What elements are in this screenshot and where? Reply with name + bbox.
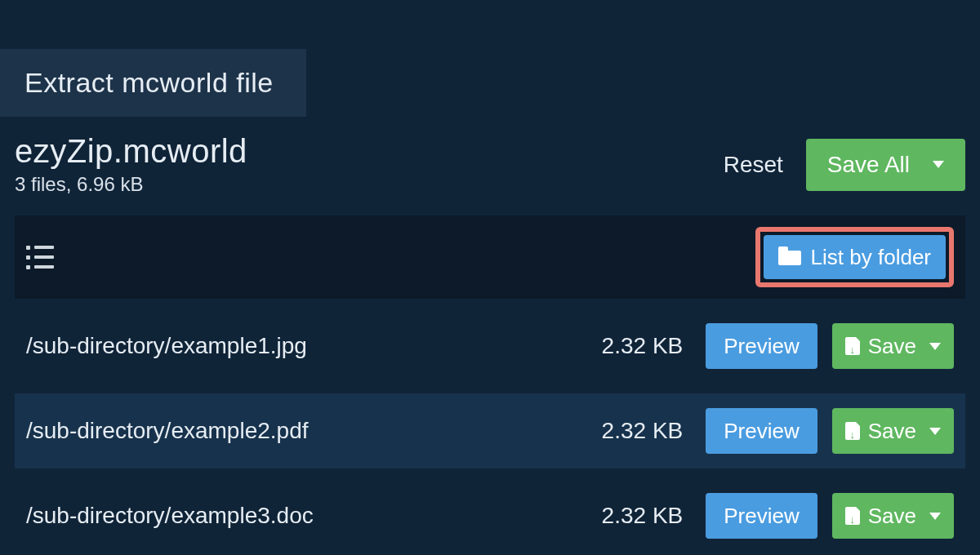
list-by-folder-button[interactable]: List by folder [764, 235, 946, 279]
save-all-button[interactable]: Save All [806, 139, 965, 191]
highlight-frame: List by folder [755, 227, 954, 287]
save-button[interactable]: Save [832, 323, 954, 369]
list-toolbar: List by folder [15, 215, 965, 299]
save-button[interactable]: Save [832, 408, 954, 454]
file-header: ezyZip.mcworld 3 files, 6.96 kB Reset Sa… [0, 117, 980, 215]
archive-subtitle: 3 files, 6.96 kB [15, 173, 724, 196]
file-path: /sub-directory/example3.doc [26, 503, 562, 529]
preview-button[interactable]: Preview [706, 323, 817, 369]
preview-button[interactable]: Preview [706, 408, 817, 454]
save-label: Save [868, 334, 916, 359]
tab-label: Extract mcworld file [24, 67, 274, 98]
caret-down-icon [929, 343, 941, 350]
tab-extract-mcworld[interactable]: Extract mcworld file [0, 49, 306, 117]
archive-filename: ezyZip.mcworld [15, 133, 724, 170]
folder-open-icon [778, 249, 801, 265]
file-size: 2.32 KB [577, 503, 691, 529]
reset-button[interactable]: Reset [724, 152, 783, 178]
save-button[interactable]: Save [832, 493, 954, 539]
file-row: /sub-directory/example1.jpg 2.32 KB Prev… [15, 309, 965, 384]
save-label: Save [868, 504, 916, 529]
file-path: /sub-directory/example1.jpg [26, 333, 562, 359]
save-all-label: Save All [827, 152, 910, 178]
save-label: Save [868, 419, 916, 444]
file-size: 2.32 KB [577, 333, 691, 359]
file-size: 2.32 KB [577, 418, 691, 444]
file-row: /sub-directory/example3.doc 2.32 KB Prev… [15, 478, 965, 553]
preview-button[interactable]: Preview [706, 493, 817, 539]
file-row: /sub-directory/example2.pdf 2.32 KB Prev… [15, 393, 965, 468]
file-download-icon [845, 337, 860, 355]
file-download-icon [845, 422, 860, 440]
file-download-icon [845, 507, 860, 525]
caret-down-icon [929, 428, 941, 435]
file-title-block: ezyZip.mcworld 3 files, 6.96 kB [15, 133, 724, 196]
file-path: /sub-directory/example2.pdf [26, 418, 562, 444]
list-view-icon[interactable] [26, 246, 54, 269]
caret-down-icon [929, 513, 941, 520]
list-by-folder-label: List by folder [811, 245, 931, 270]
caret-down-icon [933, 161, 944, 168]
file-list: /sub-directory/example1.jpg 2.32 KB Prev… [0, 309, 980, 553]
